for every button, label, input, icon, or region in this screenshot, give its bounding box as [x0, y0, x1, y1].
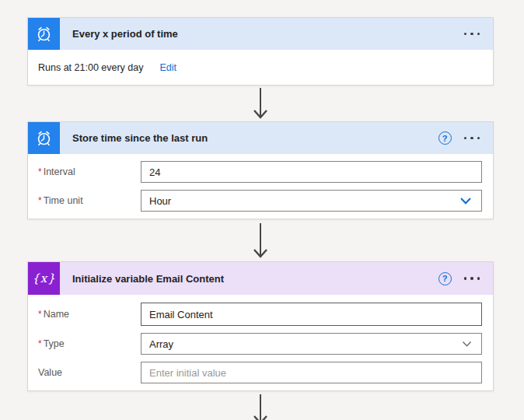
trigger-card-recurrence: Every x period of time Runs at 21:00 eve… [27, 17, 494, 86]
recurrence-clock-icon [28, 18, 60, 50]
interval-label: Interval [38, 166, 141, 177]
action-card-initialize-variable: {x} Initialize variable Email Content ? … [27, 261, 494, 391]
variable-icon: {x} [28, 262, 60, 295]
card-header[interactable]: Store time since the last run ? [28, 122, 493, 154]
card-header[interactable]: {x} Initialize variable Email Content ? [28, 262, 493, 295]
name-label: Name [38, 309, 141, 320]
chevron-down-icon[interactable] [459, 197, 472, 205]
variable-type-selected-value: Array [149, 338, 173, 350]
flow-designer-canvas: Every x period of time Runs at 21:00 eve… [27, 0, 494, 420]
chevron-down-icon[interactable] [462, 341, 472, 348]
card-title: Store time since the last run [72, 132, 208, 144]
card-title: Every x period of time [72, 28, 178, 40]
variable-value-input[interactable] [141, 362, 482, 383]
connector-arrow [27, 391, 494, 420]
variable-type-dropdown[interactable]: Array [141, 333, 482, 355]
card-title: Initialize variable Email Content [72, 273, 224, 285]
help-icon[interactable]: ? [438, 131, 452, 145]
type-label: Type [38, 338, 141, 349]
field-row-time-unit: Time unit Hour [38, 190, 482, 212]
card-menu-button[interactable] [464, 134, 480, 143]
time-unit-selected-value: Hour [149, 195, 171, 207]
field-row-type: Type Array [38, 333, 482, 355]
field-row-name: Name [38, 303, 482, 326]
connector-arrow [27, 219, 494, 261]
interval-input[interactable] [141, 161, 482, 183]
card-menu-button[interactable] [464, 274, 480, 283]
time-unit-label: Time unit [38, 195, 141, 206]
recurrence-summary-text: Runs at 21:00 every day [38, 62, 144, 73]
recurrence-clock-icon [28, 122, 60, 154]
edit-recurrence-link[interactable]: Edit [160, 62, 177, 73]
field-row-interval: Interval [38, 161, 482, 183]
value-label: Value [38, 367, 141, 378]
field-row-value: Value [38, 362, 482, 383]
action-card-store-time: Store time since the last run ? Interval… [27, 121, 494, 219]
time-unit-dropdown[interactable]: Hour [141, 190, 482, 212]
card-menu-button[interactable] [464, 30, 480, 39]
card-header[interactable]: Every x period of time [28, 18, 493, 50]
variable-name-input[interactable] [141, 303, 482, 326]
connector-arrow [27, 86, 494, 121]
help-icon[interactable]: ? [438, 272, 452, 285]
